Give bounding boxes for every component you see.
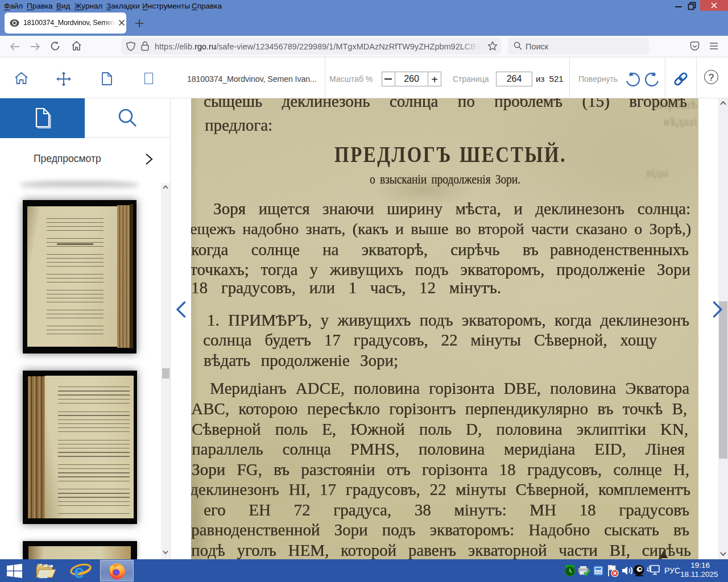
svg-text:e: e: [74, 561, 84, 581]
